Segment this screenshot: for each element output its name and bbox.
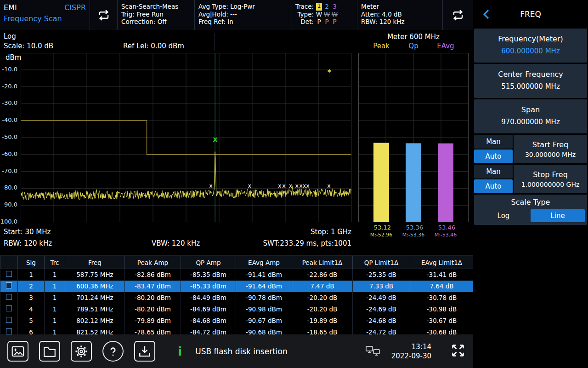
table-cell: -20.20 dB [292, 304, 353, 315]
scale-line-option[interactable]: Line [531, 209, 585, 222]
table-cell: -78.65 dBm [125, 327, 181, 335]
status-bar: i USB flash disk insertion 13:14 2022-09… [0, 334, 473, 368]
row-checkbox[interactable] [6, 294, 12, 300]
start-freq-auto-toggle[interactable]: Auto [474, 150, 513, 163]
row-checkbox[interactable] [6, 328, 12, 334]
stop-freq-auto-toggle[interactable]: Auto [474, 179, 513, 193]
expand-arrows-icon [450, 343, 466, 358]
table-cell: 2 [18, 281, 45, 292]
meter-bar-maxhold: M:-52.96 [370, 232, 393, 238]
center-frequency-label: Center Frequency [474, 70, 587, 79]
date-value: 2022-09-30 [391, 351, 431, 361]
table-row[interactable]: 51802.12 MHz-79.89 dBm-84.68 dBm-90.67 d… [0, 315, 474, 327]
trace-2-badge[interactable]: 2 [325, 3, 329, 11]
row-checkbox[interactable] [6, 282, 12, 288]
table-row[interactable]: 61821.52 MHz-78.65 dBm-84.72 dBm-90.68 d… [0, 327, 474, 335]
table-cell: -84.69 dBm [181, 304, 236, 315]
usb-devices-icon[interactable] [365, 345, 381, 358]
row-checkbox[interactable] [6, 317, 12, 323]
file-browser-button[interactable] [39, 341, 60, 362]
table-cell: 701.24 MHz [65, 292, 125, 304]
meter-plot [358, 53, 469, 222]
meter-loop-button[interactable] [443, 0, 473, 30]
scale-value-label[interactable]: Scale: 10.0 dB [4, 42, 53, 50]
row-checkbox[interactable] [6, 305, 12, 311]
table-cell: -90.68 dBm [236, 327, 292, 335]
table-row[interactable]: 31701.24 MHz-80.20 dBm-84.49 dBm-90.78 d… [0, 292, 474, 304]
table-row[interactable]: 41789.51 MHz-80.20 dBm-84.69 dBm-90.98 d… [0, 304, 474, 315]
meter-bar-maxhold: M:-53.46 [435, 232, 457, 238]
ref-level-label[interactable]: Ref Lel: 0.00 dBm [123, 42, 184, 50]
scan-status-segment[interactable]: Scan-Search-Meas Trig: Free Run Correcti… [118, 0, 195, 30]
table-cell: 7.33 dB [353, 281, 410, 292]
signal-table-wrap[interactable]: SigTrcFreqPeak AmpQP AmpEAvg AmpPeak Lim… [0, 255, 473, 334]
sweep-loop-button[interactable] [90, 0, 118, 30]
trace-3-badge[interactable]: 3 [333, 3, 337, 11]
scale-mode-label[interactable]: Log [4, 32, 16, 40]
y-tick-label: -100.0 [0, 218, 17, 225]
center-frequency-button[interactable]: Center Frequency 515.000000 MHz [474, 64, 587, 98]
stop-freq-man-toggle[interactable]: Man [474, 165, 513, 178]
help-button[interactable] [102, 341, 124, 362]
back-button[interactable] [481, 8, 492, 22]
settings-button[interactable] [71, 341, 92, 362]
table-cell: 5 [18, 315, 45, 327]
trace-1-badge[interactable]: 1 [316, 3, 322, 11]
start-freq-value-button[interactable]: Start Freq 30.000000 MHz [514, 135, 587, 163]
column-header: QP Limit1Δ [353, 256, 410, 269]
gear-icon [74, 344, 89, 359]
table-cell: 1 [45, 292, 65, 304]
sidebar-title: FREQ [520, 10, 541, 19]
meter-bar-label: EAvg [437, 42, 454, 50]
correction-status: Correction: Off [121, 18, 191, 26]
table-cell: 600.36 MHz [65, 281, 125, 292]
meter-bar-maxhold: M:-53.36 [402, 232, 425, 238]
row-checkbox[interactable] [6, 271, 12, 277]
svg-text:x: x [278, 183, 281, 189]
table-row[interactable]: 21600.36 MHz-83.47 dBm-85.33 dBm-91.64 d… [0, 281, 474, 292]
meter-settings-segment[interactable]: Meter Atten: 4.0 dB RBW: 120 kHz [357, 0, 443, 30]
column-header: Sig [18, 256, 45, 269]
table-cell: -84.49 dBm [181, 292, 236, 304]
span-label: Span [474, 105, 587, 114]
meter-bar-panel: Meter 600 MHz PeakQpEAvg -53.12M:-52.96-… [358, 30, 471, 255]
column-header: Freq [65, 256, 125, 269]
avg-segment[interactable]: Avg Type: Log-Pwr Avg|Hold: --- Freq Ref… [195, 0, 290, 30]
annot-divider [99, 33, 99, 51]
table-cell: -19.89 dB [292, 315, 353, 327]
screenshot-button[interactable] [7, 341, 28, 362]
span-button[interactable]: Span 970.000000 MHz [474, 99, 587, 133]
y-tick-label: -80.0 [2, 184, 17, 191]
signal-table-header: SigTrcFreqPeak AmpQP AmpEAvg AmpPeak Lim… [0, 256, 474, 269]
table-cell: -18.65 dB [292, 327, 353, 335]
table-cell: -83.47 dBm [125, 281, 181, 292]
stop-freq-value-button[interactable]: Stop Freq 1.000000000 GHz [514, 165, 587, 193]
trigger-status: Trig: Free Run [121, 11, 191, 18]
trace-1-type: W [316, 11, 322, 18]
table-cell: 1 [45, 304, 65, 315]
mode-segment[interactable]: EMI CISPR Frequency Scan [0, 0, 90, 30]
trace-segment[interactable]: Trace: 1 2 3 Type: W W W Det: P P P [290, 0, 357, 30]
info-icon: i [178, 344, 182, 358]
y-tick-label: -70.0 [2, 167, 17, 174]
clock[interactable]: 13:14 2022-09-30 [391, 342, 431, 361]
rbw-value: RBW: 120 kHz [361, 18, 439, 26]
table-cell: -90.98 dBm [236, 304, 292, 315]
folder-icon [43, 345, 57, 358]
spectrum-plot[interactable]: xxxxxxxxxxX* [21, 53, 351, 222]
save-button[interactable] [134, 341, 155, 362]
table-row[interactable]: 11587.75 MHz-82.86 dBm-85.35 dBm-91.41 d… [0, 269, 474, 281]
scale-log-option[interactable]: Log [476, 209, 531, 222]
fullscreen-button[interactable] [450, 343, 466, 360]
table-cell: 6 [18, 327, 45, 335]
screenshot-icon [11, 345, 25, 358]
trace-2-type: W [324, 11, 330, 18]
scale-type-label: Scale Type [474, 198, 587, 207]
table-cell: -30.68 dB [410, 327, 474, 335]
start-freq-man-toggle[interactable]: Man [474, 135, 513, 149]
meter-bar-value: -53.36 [404, 224, 423, 231]
table-cell: 4 [18, 304, 45, 315]
frequency-meter-button[interactable]: Frequency(Meter) 600.000000 MHz [474, 29, 587, 63]
column-header: QP Amp [181, 256, 236, 269]
chevron-left-icon [481, 8, 492, 20]
